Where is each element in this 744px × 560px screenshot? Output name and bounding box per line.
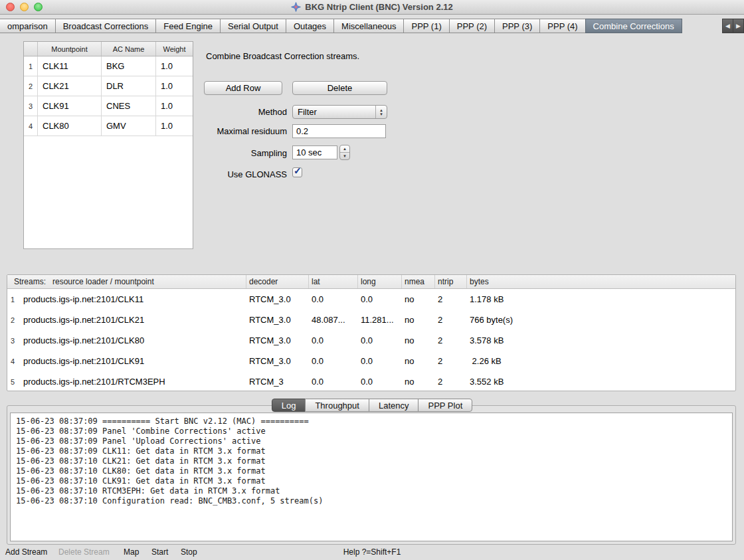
cell-lat: 48.087... [309, 310, 358, 330]
cell-mountpoint[interactable]: CLK91 [38, 96, 102, 116]
tab-outages[interactable]: Outages [286, 19, 334, 33]
streams-table-header: Streams: resource loader / mountpoint de… [7, 275, 735, 289]
cell-mountpoint[interactable]: products.igs-ip.net:2101/CLK80 [18, 330, 246, 351]
tab-miscellaneous[interactable]: Miscellaneous [333, 19, 404, 33]
cell-ntrip: 2 [435, 310, 467, 330]
tab-serial-output[interactable]: Serial Output [220, 19, 286, 33]
cell-ac-name[interactable]: GMV [102, 116, 156, 136]
log-line: 15-06-23 08:37:10 RTCM3EPH: Get data in … [16, 486, 727, 496]
tab-broadcast-corrections[interactable]: Broadcast Corrections [55, 19, 157, 33]
tab-ppp-2[interactable]: PPP (2) [449, 19, 495, 33]
cell-mountpoint[interactable]: CLK11 [38, 56, 102, 76]
log-output[interactable]: 15-06-23 08:37:09 ========== Start BNC v… [10, 413, 733, 541]
cell-weight[interactable]: 1.0 [156, 56, 193, 76]
cell-mountpoint[interactable]: products.igs-ip.net:2101/CLK91 [18, 351, 246, 371]
tab-ppp-4[interactable]: PPP (4) [539, 19, 585, 33]
cell-mountpoint[interactable]: products.igs-ip.net:2101/CLK21 [18, 310, 246, 330]
cell-mountpoint[interactable]: products.igs-ip.net:2101/RTCM3EPH [18, 371, 246, 391]
tab-ppp-1[interactable]: PPP (1) [403, 19, 449, 33]
row-number: 1 [7, 289, 18, 310]
tab-ppp-3[interactable]: PPP (3) [494, 19, 540, 33]
row-number: 4 [24, 116, 38, 136]
log-line: 15-06-23 08:37:10 CLK80: Get data in RTC… [16, 466, 727, 476]
cell-decoder: RTCM_3.0 [246, 351, 309, 371]
cell-nmea: no [402, 310, 435, 330]
stepper-up-icon[interactable]: ▲ [340, 145, 349, 153]
row-number: 1 [24, 56, 38, 76]
main-tab-bar: omparison Broadcast Corrections Feed Eng… [0, 19, 744, 33]
method-select[interactable]: Filter ▲ ▼ [292, 105, 387, 119]
tab-scroll-left-icon[interactable]: ◀ [722, 19, 733, 33]
row-number: 2 [7, 310, 18, 330]
stream-row[interactable]: 1 products.igs-ip.net:2101/CLK11 RTCM_3.… [7, 289, 735, 310]
cell-long: 11.281... [358, 310, 402, 330]
cell-ac-name[interactable]: CNES [102, 96, 156, 116]
close-button[interactable] [6, 3, 15, 11]
delete-button[interactable]: Delete [292, 81, 387, 95]
col-streams: Streams: resource loader / mountpoint [7, 275, 246, 288]
tab-feed-engine[interactable]: Feed Engine [155, 19, 221, 33]
cell-nmea: no [402, 371, 435, 391]
cell-ntrip: 2 [435, 371, 467, 391]
cell-long: 0.0 [358, 371, 402, 391]
cell-bytes: 766 byte(s) [467, 310, 735, 330]
tab-ppp-plot[interactable]: PPP Plot [418, 399, 472, 412]
cell-ntrip: 2 [435, 330, 467, 351]
log-line: 15-06-23 08:37:10 Configuration read: BN… [16, 496, 727, 506]
maximal-residuum-label: Maximal residuum [166, 126, 287, 136]
log-line: 15-06-23 08:37:09 CLK11: Get data in RTC… [16, 446, 727, 456]
use-glonass-checkbox[interactable]: ✓ [292, 167, 302, 177]
window-controls [6, 3, 43, 11]
tab-comparison[interactable]: omparison [0, 19, 56, 33]
col-bytes: bytes [467, 275, 735, 288]
cell-lat: 0.0 [309, 289, 358, 310]
stream-row[interactable]: 4 products.igs-ip.net:2101/CLK91 RTCM_3.… [7, 351, 735, 371]
stream-row[interactable]: 5 products.igs-ip.net:2101/RTCM3EPH RTCM… [7, 371, 735, 391]
tab-log[interactable]: Log [272, 399, 306, 412]
stepper-down-icon[interactable]: ▼ [340, 153, 349, 159]
sampling-stepper[interactable]: ▲ ▼ [339, 145, 350, 160]
corner-header [24, 42, 38, 56]
stream-row[interactable]: 2 products.igs-ip.net:2101/CLK21 RTCM_3.… [7, 310, 735, 330]
table-row[interactable]: 1 CLK11 BKG 1.0 [24, 56, 193, 76]
log-line: 15-06-23 08:37:09 Panel 'Combine Correct… [16, 426, 727, 436]
zoom-button[interactable] [34, 3, 43, 11]
tab-throughput[interactable]: Throughput [305, 399, 369, 412]
combine-table-header: Mountpoint AC Name Weight [24, 42, 193, 56]
maximal-residuum-input[interactable]: 0.2 [292, 124, 386, 138]
log-line: 15-06-23 08:37:09 ========== Start BNC v… [16, 417, 727, 426]
app-window: BKG Ntrip Client (BNC) Version 2.12 ompa… [0, 0, 744, 560]
cell-bytes: 3.578 kB [467, 330, 735, 351]
combine-table[interactable]: Mountpoint AC Name Weight 1 CLK11 BKG 1.… [23, 41, 193, 249]
col-mountpoint: Mountpoint [38, 42, 102, 56]
row-number: 3 [24, 96, 38, 116]
title-bar[interactable]: BKG Ntrip Client (BNC) Version 2.12 [0, 0, 744, 15]
tab-combine-corrections[interactable]: Combine Corrections [585, 19, 682, 33]
col-ac-name: AC Name [102, 42, 156, 56]
cell-mountpoint[interactable]: products.igs-ip.net:2101/CLK11 [18, 289, 246, 310]
cell-decoder: RTCM_3.0 [246, 310, 309, 330]
cell-mountpoint[interactable]: CLK21 [38, 76, 102, 96]
stream-row[interactable]: 3 products.igs-ip.net:2101/CLK80 RTCM_3.… [7, 330, 735, 351]
table-row[interactable]: 2 CLK21 DLR 1.0 [24, 76, 193, 96]
tab-scroll-buttons: ◀ ▶ [723, 19, 744, 33]
tab-latency[interactable]: Latency [369, 399, 419, 412]
col-long: long [358, 275, 402, 288]
cell-ac-name[interactable]: BKG [102, 56, 156, 76]
cell-lat: 0.0 [309, 351, 358, 371]
row-number: 4 [7, 351, 18, 371]
row-number: 5 [7, 371, 18, 391]
log-frame: 15-06-23 08:37:09 ========== Start BNC v… [7, 405, 736, 545]
sampling-input[interactable]: 10 sec [292, 145, 337, 159]
cell-weight[interactable]: 1.0 [156, 76, 193, 96]
help-hint: Help ?=Shift+F1 [0, 547, 744, 557]
minimize-button[interactable] [20, 3, 29, 11]
tab-scroll-right-icon[interactable]: ▶ [733, 19, 744, 33]
cell-mountpoint[interactable]: CLK80 [38, 116, 102, 136]
title-wrap: BKG Ntrip Client (BNC) Version 2.12 [291, 2, 452, 12]
check-icon: ✓ [294, 165, 302, 176]
add-row-button[interactable]: Add Row [204, 81, 282, 95]
cell-ac-name[interactable]: DLR [102, 76, 156, 96]
streams-table[interactable]: Streams: resource loader / mountpoint de… [7, 274, 736, 391]
col-nmea: nmea [402, 275, 435, 288]
